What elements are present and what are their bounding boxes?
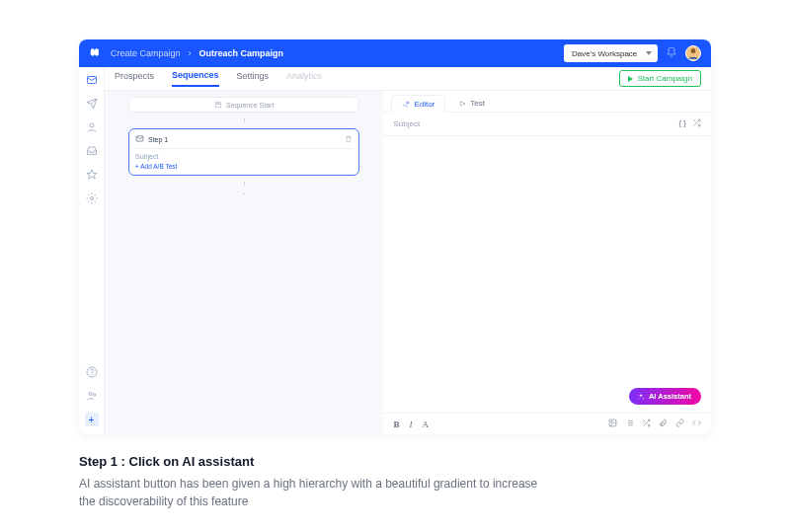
step-card[interactable]: Step 1 Subject + Add A/B Test	[128, 128, 359, 176]
workspace-select[interactable]: Dave's Workspace	[564, 44, 658, 62]
editor-tab-editor[interactable]: Editor	[391, 95, 445, 113]
caption-body: AI assistant button has been given a hig…	[79, 475, 553, 510]
start-campaign-button[interactable]: Start Campaign	[619, 70, 701, 87]
add-ab-test-link[interactable]: + Add A/B Test	[135, 163, 353, 170]
shuffle-icon[interactable]	[692, 118, 701, 129]
svg-point-2	[90, 123, 94, 127]
code-icon[interactable]	[692, 418, 701, 429]
svg-point-6	[89, 393, 92, 396]
shuffle-toolbar-icon[interactable]	[642, 418, 651, 429]
bold-button[interactable]: B	[393, 419, 399, 429]
step-subject-label: Subject	[135, 153, 353, 160]
editor-tab-test[interactable]: Test	[447, 94, 496, 112]
campaign-tabs: Prospects Sequences Settings Analytics S…	[105, 67, 711, 91]
link-icon[interactable]	[675, 418, 684, 429]
rail-add-button[interactable]: +	[85, 413, 99, 426]
breadcrumb-current: Outreach Campaign	[199, 48, 284, 58]
side-rail: +	[79, 67, 105, 434]
subject-input[interactable]	[393, 119, 678, 128]
editor-pane: Editor Test { }	[383, 91, 711, 434]
connector-line	[244, 182, 245, 186]
rail-settings-icon[interactable]	[85, 191, 99, 205]
svg-rect-8	[136, 136, 143, 141]
tab-sequences[interactable]: Sequences	[172, 70, 219, 87]
italic-button[interactable]: I	[409, 419, 412, 429]
rail-team-icon[interactable]	[85, 389, 99, 403]
breadcrumb-root[interactable]: Create Campaign	[111, 48, 181, 58]
svg-point-5	[91, 374, 92, 375]
ai-assistant-button[interactable]: AI Assistant	[629, 388, 701, 405]
svg-point-3	[90, 197, 93, 200]
rail-star-icon[interactable]	[85, 168, 99, 182]
user-avatar[interactable]	[685, 45, 701, 61]
mail-step-icon	[135, 134, 144, 144]
rail-mail-icon[interactable]	[85, 73, 99, 87]
rail-inbox-icon[interactable]	[85, 144, 99, 158]
svg-point-7	[93, 394, 96, 397]
chevron-right-icon: ›	[189, 48, 192, 58]
app-window: Create Campaign › Outreach Campaign Dave…	[79, 39, 711, 434]
delete-step-icon[interactable]	[345, 135, 353, 144]
sequence-start-node[interactable]: Sequence Start	[128, 97, 359, 113]
rail-send-icon[interactable]	[85, 97, 99, 111]
add-step-dot[interactable]: ·	[243, 191, 246, 195]
svg-rect-1	[87, 77, 96, 84]
svg-point-9	[464, 103, 465, 104]
attachment-icon[interactable]	[659, 418, 668, 429]
list-icon[interactable]	[625, 418, 634, 429]
tab-settings[interactable]: Settings	[237, 71, 270, 86]
sequence-start-label: Sequence Start	[226, 102, 274, 109]
editor-toolbar: B I A	[383, 413, 711, 434]
workspace-select-label: Dave's Workspace	[572, 49, 637, 58]
tab-prospects[interactable]: Prospects	[115, 71, 154, 86]
annotation-caption: Step 1 : Click on AI assistant AI assist…	[79, 454, 711, 510]
caption-title: Step 1 : Click on AI assistant	[79, 454, 711, 469]
rail-user-icon[interactable]	[85, 120, 99, 134]
image-icon[interactable]	[608, 418, 617, 429]
insert-variable-icon[interactable]: { }	[678, 118, 686, 129]
notifications-icon[interactable]	[666, 46, 677, 60]
editor-body[interactable]: AI Assistant	[383, 136, 711, 413]
svg-point-11	[611, 421, 613, 423]
font-button[interactable]: A	[422, 419, 429, 429]
rail-help-icon[interactable]	[85, 365, 99, 379]
connector-line	[244, 118, 245, 122]
tab-analytics: Analytics	[286, 71, 322, 86]
top-bar: Create Campaign › Outreach Campaign Dave…	[79, 39, 711, 67]
app-logo-icon	[89, 45, 103, 61]
step-label: Step 1	[148, 136, 168, 143]
svg-point-0	[691, 48, 696, 53]
sequence-canvas: Sequence Start Step 1 Subject	[105, 91, 383, 434]
